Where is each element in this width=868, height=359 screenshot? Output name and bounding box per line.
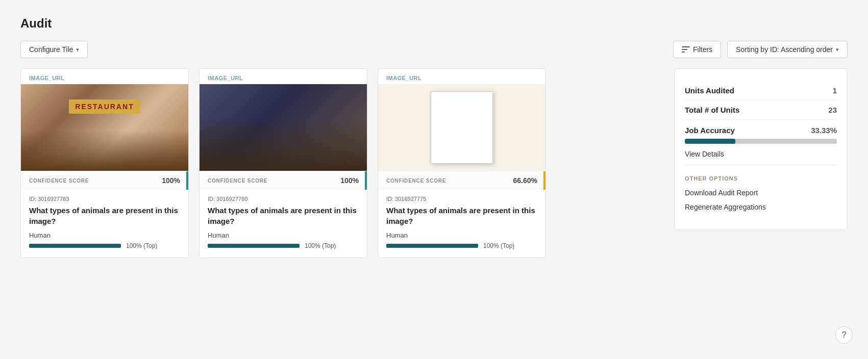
card-3-id: ID: 3016927775	[386, 196, 537, 202]
toolbar: Configure Tile ▾ Filters Sorting by ID: …	[20, 41, 848, 58]
card-2-confidence-score: 100%	[340, 176, 359, 185]
card-2-image	[200, 84, 367, 171]
card-1-confidence-row: CONFIDENCE SCORE 100%	[21, 171, 188, 190]
filters-label: Filters	[693, 45, 712, 54]
card-1-answer: Human	[29, 232, 180, 239]
card-3-answer-bar-row: 100% (Top)	[386, 242, 537, 249]
card-2-id: ID: 3016927780	[208, 196, 359, 202]
filters-icon	[682, 46, 690, 53]
units-audited-value: 1	[833, 86, 837, 95]
card-3-image	[378, 84, 545, 171]
configure-tile-button[interactable]: Configure Tile ▾	[20, 41, 88, 58]
view-details-link[interactable]: View Details	[685, 150, 724, 158]
card-3-confidence-score: 66.60%	[513, 176, 537, 185]
total-units-value: 23	[828, 106, 837, 114]
total-units-label: Total # of Units	[685, 106, 739, 114]
card-2-answer-bar	[208, 244, 300, 248]
card-1-confidence-stripe	[186, 171, 188, 190]
job-accuracy-label: Job Accuracy	[685, 126, 735, 135]
job-accuracy-value: 33.33%	[811, 126, 837, 135]
other-options-section: OTHER OPTIONS Download Audit Report Rege…	[685, 175, 837, 211]
download-audit-report-link[interactable]: Download Audit Report	[685, 189, 837, 197]
page-title: Audit	[20, 16, 848, 31]
card-3-question: What types of animals are present in thi…	[386, 205, 537, 226]
card-3-answer: Human	[386, 232, 537, 239]
help-button[interactable]: ?	[835, 326, 853, 344]
sidebar: Units Audited 1 Total # of Units 23 Job …	[674, 68, 848, 230]
svg-rect-0	[436, 94, 487, 161]
sorting-label: Sorting by ID: Ascending order	[736, 45, 833, 54]
card-2-confidence-row: CONFIDENCE SCORE 100%	[200, 171, 367, 190]
configure-tile-label: Configure Tile	[29, 45, 73, 54]
regenerate-aggregations-link[interactable]: Regenerate Aggregations	[685, 203, 837, 211]
other-options-title: OTHER OPTIONS	[685, 175, 837, 182]
configure-tile-chevron-icon: ▾	[76, 46, 79, 53]
card-2-confidence-label: CONFIDENCE SCORE	[208, 178, 267, 184]
card-2-answer-pct: 100% (Top)	[305, 242, 336, 249]
card-2-answer-bar-row: 100% (Top)	[208, 242, 359, 249]
card-3-body: ID: 3016927775 What types of animals are…	[378, 190, 545, 258]
card-1-confidence-score: 100%	[162, 176, 180, 185]
card-1-answer-bar-row: 100% (Top)	[29, 242, 180, 249]
sorting-button[interactable]: Sorting by ID: Ascending order ▾	[727, 41, 848, 58]
menu-svg	[434, 92, 490, 163]
main-content: IMAGE_URL CONFIDENCE SCORE 100% ID: 3016…	[20, 68, 848, 258]
card-1-image	[21, 84, 188, 171]
units-audited-row: Units Audited 1	[685, 81, 837, 100]
card-1-image-label: IMAGE_URL	[21, 69, 188, 84]
card-2-body: ID: 3016927780 What types of animals are…	[200, 190, 367, 258]
filters-button[interactable]: Filters	[673, 41, 721, 58]
units-audited-label: Units Audited	[685, 86, 734, 95]
card-3-answer-pct: 100% (Top)	[483, 242, 514, 249]
audit-card-1: IMAGE_URL CONFIDENCE SCORE 100% ID: 3016…	[20, 68, 189, 258]
cards-area: IMAGE_URL CONFIDENCE SCORE 100% ID: 3016…	[20, 68, 662, 258]
total-units-row: Total # of Units 23	[685, 100, 837, 120]
card-2-image-label: IMAGE_URL	[200, 69, 367, 84]
card-1-question: What types of animals are present in thi…	[29, 205, 180, 226]
audit-card-2: IMAGE_URL CONFIDENCE SCORE 100% ID: 3016…	[199, 68, 367, 258]
card-2-confidence-stripe	[365, 171, 367, 190]
card-3-confidence-stripe	[543, 171, 545, 190]
card-1-body: ID: 3016927783 What types of animals are…	[21, 190, 188, 258]
card-1-id: ID: 3016927783	[29, 196, 180, 202]
card-1-confidence-label: CONFIDENCE SCORE	[29, 178, 89, 184]
sorting-chevron-icon: ▾	[836, 46, 839, 53]
card-2-answer: Human	[208, 232, 359, 239]
audit-card-3: IMAGE_URL	[378, 68, 546, 258]
card-1-answer-pct: 100% (Top)	[126, 242, 157, 249]
job-accuracy-bar-fill	[685, 139, 735, 144]
card-3-confidence-row: CONFIDENCE SCORE 66.60%	[378, 171, 545, 190]
card-2-question: What types of animals are present in thi…	[208, 205, 359, 226]
card-3-confidence-label: CONFIDENCE SCORE	[386, 178, 446, 184]
job-accuracy-bar-bg	[685, 139, 837, 144]
card-3-image-label: IMAGE_URL	[378, 69, 545, 84]
job-accuracy-row: Job Accuracy 33.33%	[685, 126, 837, 135]
card-1-answer-bar	[29, 244, 121, 248]
card-3-answer-bar	[386, 244, 478, 248]
job-accuracy-section: Job Accuracy 33.33% View Details	[685, 120, 837, 165]
